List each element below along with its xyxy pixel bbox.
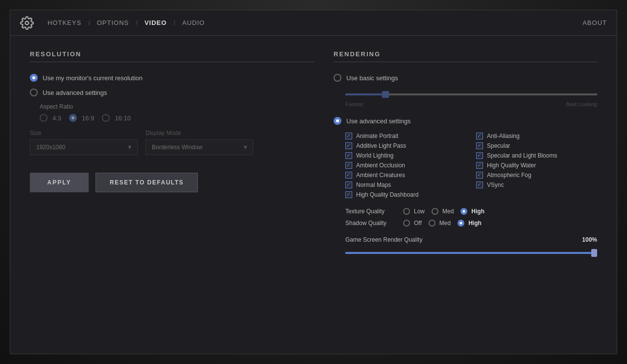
rendering-radio-text-1: Use basic settings [346, 74, 398, 82]
nav-video[interactable]: VIDEO [143, 19, 169, 26]
resolution-radio-2[interactable] [30, 89, 38, 96]
cb-world-lighting[interactable] [345, 152, 352, 159]
game-quality-header: Game Screen Render Quality 100% [345, 236, 597, 243]
rendering-panel: RENDERING Use basic settings Fastest Bes… [334, 50, 597, 339]
slider-fastest-label: Fastest [345, 101, 363, 107]
checkbox-high-quality-water[interactable]: High Quality Water [476, 162, 597, 169]
gear-icon [20, 16, 34, 30]
shadow-off-label: Off [414, 220, 422, 227]
shadow-med-radio[interactable] [429, 220, 435, 227]
checkbox-animate-portrait[interactable]: Animate Portrait [345, 133, 466, 139]
checkbox-world-lighting[interactable]: World Lighting [345, 152, 466, 159]
resolution-radio-group-1: Use my monitor's current resolution [30, 74, 314, 82]
cb-high-quality-water[interactable] [476, 162, 483, 169]
cb-specular[interactable] [476, 142, 483, 149]
size-field-wrapper: Size 1920x1080 ▼ [30, 130, 138, 155]
rendering-radio-group-1: Use basic settings [334, 74, 597, 82]
checkbox-vsync[interactable]: VSync [476, 182, 597, 188]
texture-med-label: Med [442, 208, 454, 215]
shadow-quality-row: Shadow Quality Off Med High [345, 220, 597, 227]
basic-slider-container [345, 89, 597, 97]
aspect-1610-text: 16:10 [115, 114, 131, 122]
rendering-radio-label-2[interactable]: Use advanced settings [334, 117, 597, 125]
nav-options[interactable]: OPTIONS [95, 19, 131, 26]
game-quality-label: Game Screen Render Quality [345, 236, 422, 243]
cb-ambient-occlusion[interactable] [345, 162, 352, 169]
top-nav: HOTKEYS / OPTIONS / VIDEO / AUDIO ABOUT [10, 10, 617, 36]
rendering-radio-text-2: Use advanced settings [346, 117, 411, 125]
slider-best-label: Best Looking [566, 101, 597, 107]
shadow-high-radio[interactable] [458, 220, 464, 227]
aspect-radio-43[interactable] [40, 114, 48, 122]
resolution-radio-1[interactable] [30, 74, 38, 82]
size-select[interactable]: 1920x1080 [30, 139, 138, 155]
display-mode-select[interactable]: Borderless Window [145, 139, 253, 155]
rendering-radio-2[interactable] [334, 117, 341, 125]
texture-high-radio[interactable] [460, 208, 467, 215]
reset-button[interactable]: RESET TO DEFAULTS [96, 173, 198, 192]
nav-sep-2: / [136, 19, 138, 26]
cb-vsync[interactable] [476, 182, 483, 188]
resolution-radio-group-2: Use advanced settings [30, 89, 314, 96]
nav-about[interactable]: ABOUT [582, 19, 607, 26]
game-quality-value: 100% [582, 236, 597, 243]
texture-quality-options: Low Med High [403, 208, 487, 215]
checkbox-ambient-creatures[interactable]: Ambient Creatures [345, 172, 466, 179]
nav-sep-1: / [88, 19, 90, 26]
basic-quality-slider[interactable] [345, 93, 597, 95]
size-select-wrapper: 1920x1080 ▼ [30, 139, 138, 155]
cb-ambient-creatures[interactable] [345, 172, 352, 179]
basic-slider-section: Fastest Best Looking [345, 89, 597, 107]
checkbox-ambient-occlusion[interactable]: Ambient Occlusion [345, 162, 466, 169]
texture-med-radio[interactable] [432, 208, 438, 215]
aspect-16-9-label[interactable]: 16:9 [69, 114, 94, 122]
shadow-quality-label: Shadow Quality [345, 220, 399, 227]
aspect-radio-169[interactable] [69, 114, 77, 122]
checkbox-hq-dashboard[interactable]: High Quality Dashboard [345, 191, 466, 198]
buttons-row: APPLY RESET TO DEFAULTS [30, 173, 314, 192]
slider-labels: Fastest Best Looking [345, 101, 597, 107]
checkbox-additive-light[interactable]: Additive Light Pass [345, 142, 466, 149]
checkbox-specular-blooms[interactable]: Specular and Light Blooms [476, 152, 597, 159]
texture-low-radio[interactable] [403, 208, 410, 215]
resolution-radio-text-1: Use my monitor's current resolution [43, 74, 143, 82]
aspect-ratio-options: 4:3 16:9 16:10 [40, 114, 314, 122]
cb-hq-dashboard[interactable] [345, 191, 352, 198]
display-mode-select-wrapper: Borderless Window ▼ [145, 139, 253, 155]
checkbox-specular[interactable]: Specular [476, 142, 597, 149]
aspect-169-text: 16:9 [82, 114, 94, 122]
aspect-16-10-label[interactable]: 16:10 [102, 114, 131, 122]
cb-atmospheric-fog[interactable] [476, 172, 483, 179]
shadow-off-radio[interactable] [403, 220, 410, 227]
cb-anti-aliasing[interactable] [476, 133, 483, 139]
texture-quality-row: Texture Quality Low Med High [345, 208, 597, 215]
shadow-med-label: Med [439, 220, 451, 227]
checkbox-anti-aliasing[interactable]: Anti-Aliasing [476, 133, 597, 139]
resolution-radio-label-1[interactable]: Use my monitor's current resolution [30, 74, 314, 82]
display-mode-label: Display Mode [145, 130, 253, 136]
rendering-radio-group-2: Use advanced settings [334, 117, 597, 125]
aspect-radio-1610[interactable] [102, 114, 110, 122]
cb-additive-light[interactable] [345, 142, 352, 149]
rendering-radio-1[interactable] [334, 74, 341, 82]
rendering-radio-label-1[interactable]: Use basic settings [334, 74, 597, 82]
resolution-radio-label-2[interactable]: Use advanced settings [30, 89, 314, 96]
svg-point-0 [25, 21, 29, 24]
aspect-43-text: 4:3 [52, 114, 61, 122]
quality-section: Texture Quality Low Med High Shadow Qual… [345, 208, 597, 227]
cb-animate-portrait[interactable] [345, 133, 352, 139]
nav-hotkeys[interactable]: HOTKEYS [46, 19, 83, 26]
game-quality-slider[interactable] [345, 252, 597, 254]
texture-quality-label: Texture Quality [345, 208, 399, 215]
nav-audio[interactable]: AUDIO [180, 19, 207, 26]
texture-high-label: High [471, 208, 484, 215]
cb-specular-blooms[interactable] [476, 152, 483, 159]
checkbox-normal-maps[interactable]: Normal Maps [345, 182, 466, 188]
texture-low-label: Low [414, 208, 425, 215]
resolution-header: RESOLUTION [30, 50, 314, 62]
display-mode-wrapper: Display Mode Borderless Window ▼ [145, 130, 253, 155]
cb-normal-maps[interactable] [345, 182, 352, 188]
checkbox-atmospheric-fog[interactable]: Atmospheric Fog [476, 172, 597, 179]
aspect-4-3-label[interactable]: 4:3 [40, 114, 61, 122]
apply-button[interactable]: APPLY [30, 173, 89, 192]
